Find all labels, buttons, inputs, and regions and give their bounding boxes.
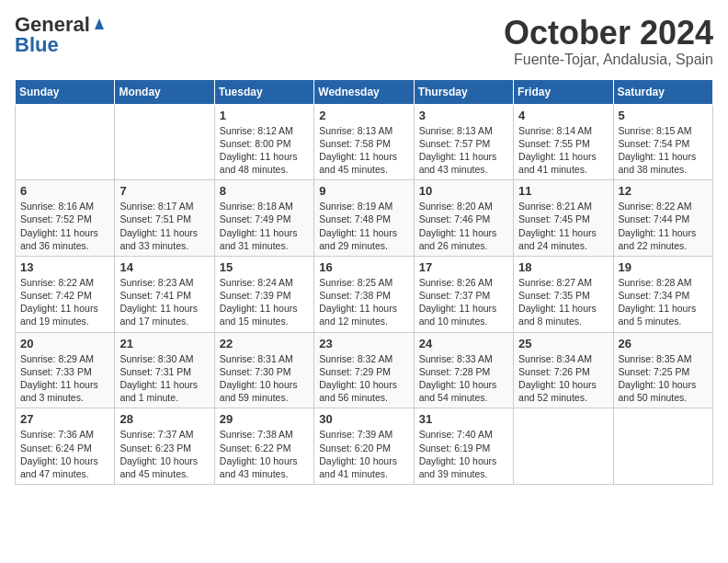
cell-content: Sunrise: 8:25 AM Sunset: 7:38 PM Dayligh… [319,276,408,328]
calendar-cell: 7Sunrise: 8:17 AM Sunset: 7:51 PM Daylig… [115,180,214,257]
calendar-cell: 28Sunrise: 7:37 AM Sunset: 6:23 PM Dayli… [115,408,214,485]
calendar-cell: 4Sunrise: 8:14 AM Sunset: 7:55 PM Daylig… [514,104,613,180]
logo-general-text: General [15,15,90,35]
weekday-header-wednesday: Wednesday [314,79,414,104]
calendar-cell: 9Sunrise: 8:19 AM Sunset: 7:48 PM Daylig… [314,180,414,257]
calendar-cell: 11Sunrise: 8:21 AM Sunset: 7:45 PM Dayli… [514,180,613,257]
cell-content: Sunrise: 8:20 AM Sunset: 7:46 PM Dayligh… [419,200,508,252]
calendar-week-row: 1Sunrise: 8:12 AM Sunset: 8:00 PM Daylig… [16,104,713,180]
day-number: 6 [20,184,109,198]
calendar-week-row: 20Sunrise: 8:29 AM Sunset: 7:33 PM Dayli… [16,332,713,408]
weekday-header-tuesday: Tuesday [214,79,313,104]
day-number: 24 [419,337,508,350]
calendar-week-row: 13Sunrise: 8:22 AM Sunset: 7:42 PM Dayli… [16,256,713,332]
cell-content: Sunrise: 8:12 AM Sunset: 8:00 PM Dayligh… [220,124,309,177]
day-number: 9 [319,184,408,198]
day-number: 7 [119,184,209,198]
month-title: October 2024 [504,15,713,52]
day-number: 17 [419,260,508,274]
cell-content: Sunrise: 8:31 AM Sunset: 7:30 PM Dayligh… [220,352,309,405]
day-number: 5 [619,109,708,122]
calendar-cell: 31Sunrise: 7:40 AM Sunset: 6:19 PM Dayli… [414,408,513,485]
calendar-cell [514,408,613,485]
day-number: 11 [518,184,608,198]
calendar-cell [115,104,214,180]
cell-content: Sunrise: 8:23 AM Sunset: 7:41 PM Dayligh… [119,276,209,328]
calendar-cell: 17Sunrise: 8:26 AM Sunset: 7:37 PM Dayli… [414,256,513,332]
cell-content: Sunrise: 7:40 AM Sunset: 6:19 PM Dayligh… [419,428,508,480]
logo-triangle-icon [91,15,108,31]
cell-content: Sunrise: 7:38 AM Sunset: 6:22 PM Dayligh… [220,428,309,480]
cell-content: Sunrise: 8:28 AM Sunset: 7:34 PM Dayligh… [619,276,708,328]
cell-content: Sunrise: 8:29 AM Sunset: 7:33 PM Dayligh… [20,352,109,405]
calendar-cell: 14Sunrise: 8:23 AM Sunset: 7:41 PM Dayli… [115,256,214,332]
cell-content: Sunrise: 7:39 AM Sunset: 6:20 PM Dayligh… [319,428,408,480]
calendar-week-row: 27Sunrise: 7:36 AM Sunset: 6:24 PM Dayli… [16,408,713,485]
day-number: 19 [619,260,708,274]
page-header: General Blue October 2024 Fuente-Tojar, … [15,15,713,68]
day-number: 1 [220,109,309,122]
svg-marker-0 [95,18,104,29]
cell-content: Sunrise: 8:34 AM Sunset: 7:26 PM Dayligh… [518,352,608,405]
calendar-cell: 30Sunrise: 7:39 AM Sunset: 6:20 PM Dayli… [314,408,414,485]
day-number: 22 [220,337,309,350]
calendar-cell: 13Sunrise: 8:22 AM Sunset: 7:42 PM Dayli… [16,256,115,332]
calendar-cell: 19Sunrise: 8:28 AM Sunset: 7:34 PM Dayli… [613,256,712,332]
calendar-cell: 26Sunrise: 8:35 AM Sunset: 7:25 PM Dayli… [613,332,712,408]
cell-content: Sunrise: 7:36 AM Sunset: 6:24 PM Dayligh… [20,428,109,480]
weekday-header-sunday: Sunday [16,79,115,104]
calendar-cell: 23Sunrise: 8:32 AM Sunset: 7:29 PM Dayli… [314,332,414,408]
day-number: 23 [319,337,408,350]
cell-content: Sunrise: 8:35 AM Sunset: 7:25 PM Dayligh… [619,352,708,405]
calendar-cell: 27Sunrise: 7:36 AM Sunset: 6:24 PM Dayli… [16,408,115,485]
calendar-cell: 12Sunrise: 8:22 AM Sunset: 7:44 PM Dayli… [613,180,712,257]
cell-content: Sunrise: 8:14 AM Sunset: 7:55 PM Dayligh… [518,124,608,177]
day-number: 27 [20,412,109,426]
weekday-header-friday: Friday [514,79,613,104]
calendar-cell: 16Sunrise: 8:25 AM Sunset: 7:38 PM Dayli… [314,256,414,332]
calendar-cell: 29Sunrise: 7:38 AM Sunset: 6:22 PM Dayli… [214,408,313,485]
title-block: October 2024 Fuente-Tojar, Andalusia, Sp… [504,15,713,68]
day-number: 10 [419,184,508,198]
cell-content: Sunrise: 8:19 AM Sunset: 7:48 PM Dayligh… [319,200,408,252]
calendar-cell: 24Sunrise: 8:33 AM Sunset: 7:28 PM Dayli… [414,332,513,408]
calendar-cell [613,408,712,485]
weekday-header-thursday: Thursday [414,79,513,104]
day-number: 15 [220,260,309,274]
calendar-cell: 15Sunrise: 8:24 AM Sunset: 7:39 PM Dayli… [214,256,313,332]
calendar-cell: 10Sunrise: 8:20 AM Sunset: 7:46 PM Dayli… [414,180,513,257]
cell-content: Sunrise: 8:13 AM Sunset: 7:57 PM Dayligh… [419,124,508,177]
day-number: 16 [319,260,408,274]
cell-content: Sunrise: 8:17 AM Sunset: 7:51 PM Dayligh… [119,200,209,252]
cell-content: Sunrise: 8:26 AM Sunset: 7:37 PM Dayligh… [419,276,508,328]
calendar-table: SundayMondayTuesdayWednesdayThursdayFrid… [15,79,713,485]
cell-content: Sunrise: 8:32 AM Sunset: 7:29 PM Dayligh… [319,352,408,405]
calendar-cell: 8Sunrise: 8:18 AM Sunset: 7:49 PM Daylig… [214,180,313,257]
day-number: 18 [518,260,608,274]
day-number: 4 [518,109,608,122]
weekday-header-row: SundayMondayTuesdayWednesdayThursdayFrid… [16,79,713,104]
day-number: 8 [220,184,309,198]
location-subtitle: Fuente-Tojar, Andalusia, Spain [504,52,713,68]
cell-content: Sunrise: 8:27 AM Sunset: 7:35 PM Dayligh… [518,276,608,328]
cell-content: Sunrise: 8:13 AM Sunset: 7:58 PM Dayligh… [319,124,408,177]
cell-content: Sunrise: 8:30 AM Sunset: 7:31 PM Dayligh… [119,352,209,405]
day-number: 31 [419,412,508,426]
calendar-cell [16,104,115,180]
day-number: 30 [319,412,408,426]
cell-content: Sunrise: 8:22 AM Sunset: 7:44 PM Dayligh… [619,200,708,252]
weekday-header-saturday: Saturday [613,79,712,104]
calendar-cell: 18Sunrise: 8:27 AM Sunset: 7:35 PM Dayli… [514,256,613,332]
day-number: 14 [119,260,209,274]
cell-content: Sunrise: 7:37 AM Sunset: 6:23 PM Dayligh… [119,428,209,480]
day-number: 26 [619,337,708,350]
calendar-cell: 21Sunrise: 8:30 AM Sunset: 7:31 PM Dayli… [115,332,214,408]
day-number: 25 [518,337,608,350]
calendar-cell: 22Sunrise: 8:31 AM Sunset: 7:30 PM Dayli… [214,332,313,408]
day-number: 21 [119,337,209,350]
day-number: 2 [319,109,408,122]
cell-content: Sunrise: 8:21 AM Sunset: 7:45 PM Dayligh… [518,200,608,252]
cell-content: Sunrise: 8:18 AM Sunset: 7:49 PM Dayligh… [220,200,309,252]
logo-blue-text: Blue [15,35,59,55]
day-number: 28 [119,412,209,426]
